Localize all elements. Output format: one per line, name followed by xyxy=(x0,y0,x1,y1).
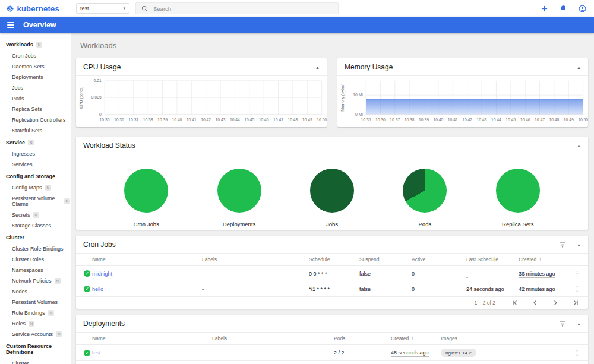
sidebar-item-ingresses[interactable]: Ingresses xyxy=(0,148,71,159)
page-header-title: Overview xyxy=(23,21,56,29)
status-ok-icon: ✓ xyxy=(84,270,90,277)
sidebar-item-services[interactable]: Services xyxy=(0,159,71,170)
last-page-button[interactable] xyxy=(573,300,579,306)
column-header-sorted[interactable]: Created↑ xyxy=(391,333,441,345)
sidebar-item-pods[interactable]: Pods xyxy=(0,93,71,104)
cell-value: */1 * * * * xyxy=(309,281,359,297)
row-menu-button[interactable]: ⋮ xyxy=(574,270,580,277)
svg-text:10:44: 10:44 xyxy=(230,118,240,122)
sidebar-item-replica-sets[interactable]: Replica Sets xyxy=(0,104,71,115)
memory-usage-card: Memory Usage ▲ 10:3510:3610:3710:3810:39… xyxy=(337,58,588,127)
new-badge: N xyxy=(55,278,61,284)
column-header[interactable]: Labels xyxy=(212,333,334,345)
new-badge: N xyxy=(36,42,42,48)
collapse-icon[interactable]: ▲ xyxy=(577,322,581,326)
row-menu-button[interactable]: ⋮ xyxy=(574,285,580,292)
svg-text:10:46: 10:46 xyxy=(259,118,269,122)
sidebar-item-jobs[interactable]: Jobs xyxy=(0,83,71,93)
sidebar-item-secrets[interactable]: SecretsN xyxy=(0,210,71,220)
cell-value: - xyxy=(202,281,309,297)
card-title: CPU Usage xyxy=(83,63,121,71)
workload-pie-jobs: Jobs xyxy=(310,169,354,227)
row-menu-button[interactable]: ⋮ xyxy=(574,349,580,356)
namespace-selector[interactable]: test ▾ xyxy=(76,3,129,14)
column-header[interactable]: Schedule xyxy=(309,254,359,266)
sidebar-item-namespaces[interactable]: Namespaces xyxy=(0,265,71,276)
sidebar-item-cron-jobs[interactable]: Cron Jobs xyxy=(0,50,71,61)
sidebar-item-role-bindings[interactable]: Role BindingsN xyxy=(0,308,71,318)
column-header-sorted[interactable]: Created↑ xyxy=(519,254,574,266)
column-header[interactable]: Name xyxy=(92,254,202,266)
sidebar-item-storage-classes[interactable]: Storage Classes xyxy=(0,220,71,231)
sidebar-item-persistent-volumes[interactable]: Persistent Volumes xyxy=(0,297,71,308)
status-ok-icon: ✓ xyxy=(84,286,90,292)
filter-icon[interactable] xyxy=(559,321,566,327)
resource-link[interactable]: test xyxy=(92,350,101,356)
column-header[interactable]: Images xyxy=(441,333,574,345)
cell-value: 0 0 * * * xyxy=(309,266,359,281)
svg-text:10:38: 10:38 xyxy=(405,118,415,122)
svg-text:Memory (bytes): Memory (bytes) xyxy=(340,83,345,111)
sidebar-item-label: Service Accounts xyxy=(12,331,53,337)
kubernetes-logo[interactable]: ☸ kubernetes xyxy=(6,4,72,13)
collapse-icon[interactable]: ▲ xyxy=(577,65,581,69)
sidebar-item-label: Replica Sets xyxy=(12,106,42,112)
resource-link[interactable]: midnight xyxy=(92,271,112,277)
sidebar-item-label: Storage Classes xyxy=(12,223,51,229)
sidebar-item-persistent-volume-claims[interactable]: Persistent Volume ClaimsN xyxy=(0,193,71,210)
collapse-icon[interactable]: ▲ xyxy=(577,144,581,148)
sidebar-item-roles[interactable]: RolesN xyxy=(0,318,71,329)
pagination: 1 – 2 of 2 xyxy=(76,296,588,309)
notifications-icon[interactable] xyxy=(558,4,568,13)
sidebar-section-cluster[interactable]: Cluster xyxy=(0,231,71,243)
svg-text:10:46: 10:46 xyxy=(520,118,530,122)
resource-link[interactable]: hello xyxy=(92,286,103,292)
sidebar-section-custom-resource-definitions[interactable]: Custom Resource Definitions xyxy=(0,340,71,358)
sidebar-item-label: Pods xyxy=(12,96,24,102)
sidebar-item-service-accounts[interactable]: Service AccountsN xyxy=(0,329,71,340)
sidebar-item-cluster-role-bindings[interactable]: Cluster Role Bindings xyxy=(0,243,71,254)
svg-text:0 Mi: 0 Mi xyxy=(355,112,363,116)
svg-text:10:44: 10:44 xyxy=(491,118,501,122)
workload-pie-deployments: Deployments xyxy=(217,169,261,227)
previous-page-button[interactable] xyxy=(532,300,538,306)
sidebar-item-label: Config Maps xyxy=(12,185,42,191)
pagination-range: 1 – 2 of 2 xyxy=(475,300,495,306)
sidebar-item-cluster[interactable]: Cluster xyxy=(0,358,71,364)
svg-text:10:45: 10:45 xyxy=(505,118,516,122)
sidebar-item-stateful-sets[interactable]: Stateful Sets xyxy=(0,125,71,136)
column-header[interactable]: Suspend xyxy=(359,254,412,266)
sidebar-item-daemon-sets[interactable]: Daemon Sets xyxy=(0,61,71,72)
sidebar-section-config-and-storage[interactable]: Config and Storage xyxy=(0,170,71,182)
sidebar-item-nodes[interactable]: Nodes xyxy=(0,286,71,297)
menu-icon[interactable] xyxy=(6,20,15,30)
workload-status-card: Workload Status ▲ Cron JobsDeploymentsJo… xyxy=(76,137,588,230)
collapse-icon[interactable]: ▲ xyxy=(315,65,320,69)
relative-time: 24 seconds ago xyxy=(466,286,504,293)
collapse-icon[interactable]: ▲ xyxy=(577,243,581,247)
sidebar-item-replication-controllers[interactable]: Replication Controllers xyxy=(0,115,71,125)
sidebar-section-workloads[interactable]: WorkloadsN xyxy=(0,38,71,50)
sidebar-item-deployments[interactable]: Deployments xyxy=(0,72,71,83)
search-input[interactable] xyxy=(153,5,333,12)
sidebar-section-label: Config and Storage xyxy=(6,173,55,179)
sort-ascending-icon: ↑ xyxy=(539,257,541,262)
column-header[interactable]: Name xyxy=(92,333,212,345)
account-icon[interactable] xyxy=(577,4,587,13)
svg-text:CPU (cores): CPU (cores) xyxy=(79,86,84,109)
sidebar-item-cluster-roles[interactable]: Cluster Roles xyxy=(0,254,71,265)
sidebar-section-service[interactable]: ServiceN xyxy=(0,136,71,148)
column-header[interactable]: Pods xyxy=(334,333,391,345)
column-header[interactable]: Last Schedule xyxy=(466,254,519,266)
filter-icon[interactable] xyxy=(559,242,566,248)
next-page-button[interactable] xyxy=(552,300,558,306)
add-icon[interactable] xyxy=(539,4,549,13)
search-bar[interactable] xyxy=(135,2,339,14)
first-page-button[interactable] xyxy=(512,300,518,306)
sidebar-item-config-maps[interactable]: Config MapsN xyxy=(0,182,71,193)
sidebar-item-network-policies[interactable]: Network PoliciesN xyxy=(0,276,71,286)
column-header[interactable]: Active xyxy=(412,254,466,266)
column-header[interactable]: Labels xyxy=(202,254,309,266)
search-icon xyxy=(141,5,148,12)
sidebar-section-label: Service xyxy=(6,140,25,145)
